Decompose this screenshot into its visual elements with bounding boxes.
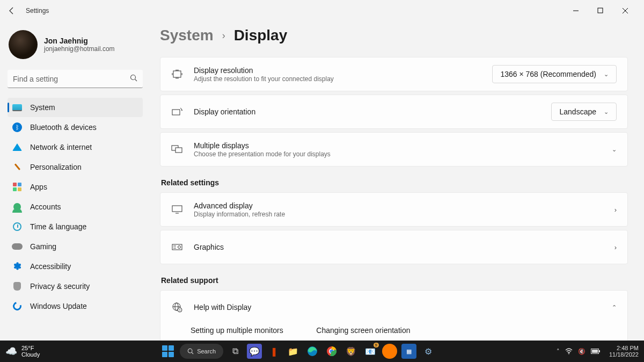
- row-multiple[interactable]: Multiple displays Choose the presentatio…: [160, 133, 627, 166]
- sidebar-item-gaming[interactable]: Gaming: [8, 237, 143, 256]
- apps-icon: [12, 182, 23, 192]
- minimize-button[interactable]: [564, 3, 588, 19]
- taskbar-search[interactable]: Search: [180, 344, 223, 359]
- breadcrumb: System › Display: [160, 27, 628, 44]
- card-multiple[interactable]: Multiple displays Choose the presentatio…: [160, 132, 628, 166]
- taskbar-clock[interactable]: 2:48 PM 11/18/2022: [609, 345, 639, 358]
- orientation-value: Landscape: [559, 107, 596, 116]
- row-graphics[interactable]: Graphics ›: [160, 230, 627, 264]
- svg-rect-28: [592, 350, 598, 353]
- accessibility-icon: ✽: [12, 261, 23, 272]
- advanced-sub: Display information, refresh rate: [194, 211, 604, 218]
- sidebar-item-update[interactable]: Windows Update: [8, 296, 143, 316]
- related-settings-header: Related settings: [161, 178, 628, 187]
- chrome-icon[interactable]: [324, 344, 339, 359]
- search-wrap: [8, 70, 143, 88]
- start-button[interactable]: [160, 344, 175, 359]
- monitor-icon: [171, 205, 183, 214]
- profile-email: jonjaehnig@hotmail.com: [44, 45, 115, 53]
- card-advanced[interactable]: Advanced display Display information, re…: [160, 192, 628, 227]
- sidebar: Jon Jaehnig jonjaehnig@hotmail.com Syste…: [0, 21, 150, 341]
- sidebar-item-system[interactable]: System: [8, 98, 143, 117]
- multiple-sub: Choose the presentation mode for your di…: [194, 150, 601, 158]
- calculator-icon[interactable]: ▦: [401, 344, 416, 359]
- svg-point-19: [188, 349, 192, 353]
- taskbar-search-label: Search: [197, 348, 216, 354]
- sidebar-item-accessibility[interactable]: ✽ Accessibility: [8, 257, 143, 276]
- search-input[interactable]: [8, 70, 143, 88]
- graphics-icon: [171, 243, 183, 251]
- back-button[interactable]: [6, 5, 17, 16]
- gamepad-icon: [12, 241, 23, 252]
- bluetooth-icon: ᛒ: [12, 122, 23, 133]
- sidebar-item-label: Network & internet: [30, 143, 92, 151]
- row-advanced[interactable]: Advanced display Display information, re…: [160, 193, 627, 226]
- avatar: [9, 30, 38, 59]
- orientation-dropdown[interactable]: Landscape ⌄: [551, 103, 617, 121]
- tray-chevron-icon[interactable]: ˄: [557, 348, 560, 355]
- chevron-down-icon: ⌄: [612, 146, 617, 153]
- office-icon[interactable]: ❚: [266, 344, 281, 359]
- brave-icon[interactable]: 🦁: [343, 344, 358, 359]
- explorer-icon[interactable]: 📁: [286, 344, 301, 359]
- main-panel: System › Display Display resolution Adju…: [150, 21, 644, 341]
- sidebar-item-bluetooth[interactable]: ᛒ Bluetooth & devices: [8, 118, 143, 137]
- edge-icon[interactable]: [305, 344, 320, 359]
- resolution-title: Display resolution: [194, 66, 481, 75]
- window-controls: [564, 3, 638, 19]
- card-help: ? Help with Display ⌃ Setting up multipl…: [160, 290, 628, 341]
- system-tray[interactable]: ˄ 🔇 2:48 PM 11/18/2022: [557, 345, 639, 358]
- search-icon: [130, 74, 137, 82]
- svg-line-3: [135, 79, 137, 82]
- resolution-value: 1366 × 768 (Recommended): [500, 70, 596, 78]
- chevron-down-icon: ⌄: [604, 71, 609, 78]
- mail-icon[interactable]: 📧9: [363, 344, 378, 359]
- svg-line-20: [192, 352, 193, 354]
- sidebar-item-label: Bluetooth & devices: [30, 123, 97, 132]
- help-link[interactable]: Setting up multiple monitors: [191, 326, 284, 335]
- orientation-title: Display orientation: [194, 107, 540, 116]
- wifi-tray-icon[interactable]: [565, 348, 573, 354]
- battery-tray-icon[interactable]: [591, 349, 601, 354]
- maximize-button[interactable]: [588, 3, 613, 19]
- system-icon: [12, 102, 23, 113]
- app-icon[interactable]: [382, 344, 397, 359]
- taskbar-weather[interactable]: ☁️ 25°F Cloudy: [5, 345, 40, 358]
- sidebar-item-personalization[interactable]: Personalization: [8, 157, 143, 177]
- clock-icon: [12, 221, 23, 232]
- taskbar-center: Search ⧉ 💬 ❚ 📁 🦁 📧9 ▦ ⚙: [40, 344, 557, 359]
- sidebar-item-apps[interactable]: Apps: [8, 177, 143, 197]
- card-orientation: Display orientation Landscape ⌄: [160, 95, 628, 129]
- profile-block[interactable]: Jon Jaehnig jonjaehnig@hotmail.com: [8, 27, 143, 68]
- sidebar-item-label: Time & language: [30, 222, 86, 231]
- settings-icon[interactable]: ⚙: [421, 344, 436, 359]
- row-help[interactable]: ? Help with Display ⌃: [160, 291, 627, 324]
- help-links: Setting up multiple monitors Changing sc…: [160, 324, 627, 341]
- multiple-displays-icon: [171, 145, 183, 154]
- close-button[interactable]: [613, 3, 638, 19]
- help-link[interactable]: Changing screen orientation: [316, 326, 410, 335]
- teams-icon[interactable]: 💬: [247, 344, 262, 359]
- card-graphics[interactable]: Graphics ›: [160, 230, 628, 264]
- sidebar-item-accounts[interactable]: Accounts: [8, 197, 143, 216]
- clock-time: 2:48 PM: [617, 345, 639, 351]
- row-orientation: Display orientation Landscape ⌄: [160, 95, 627, 128]
- volume-tray-icon[interactable]: 🔇: [578, 348, 586, 355]
- sidebar-item-privacy[interactable]: Privacy & security: [8, 277, 143, 296]
- taskbar: ☁️ 25°F Cloudy Search ⧉ 💬 ❚ 📁 🦁 📧9 ▦ ⚙: [0, 341, 644, 362]
- svg-rect-5: [172, 110, 180, 115]
- sidebar-item-label: Privacy & security: [30, 282, 90, 291]
- breadcrumb-parent[interactable]: System: [160, 27, 214, 44]
- shield-icon: [12, 281, 23, 292]
- svg-point-25: [568, 353, 569, 354]
- svg-rect-4: [173, 71, 181, 77]
- svg-rect-1: [598, 8, 603, 13]
- resolution-dropdown[interactable]: 1366 × 768 (Recommended) ⌄: [492, 65, 617, 83]
- resolution-sub: Adjust the resolution to fit your connec…: [194, 75, 481, 83]
- chevron-right-icon: ›: [614, 206, 617, 214]
- svg-point-11: [178, 246, 181, 249]
- task-view-icon[interactable]: ⧉: [228, 344, 243, 359]
- sidebar-item-time[interactable]: Time & language: [8, 217, 143, 236]
- wifi-icon: [12, 142, 23, 153]
- sidebar-item-network[interactable]: Network & internet: [8, 137, 143, 157]
